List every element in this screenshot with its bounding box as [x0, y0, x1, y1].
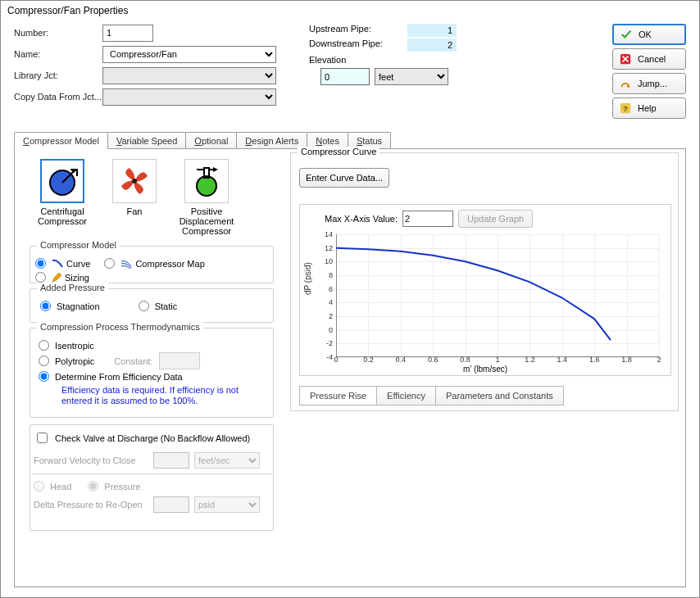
- radio-head: Head: [34, 481, 71, 492]
- tab-optional[interactable]: Optional: [185, 132, 237, 149]
- map-icon: [120, 259, 132, 269]
- svg-text:?: ?: [623, 104, 628, 113]
- type-centrifugal[interactable]: Centrifugal Compressor: [30, 159, 95, 236]
- copy-select[interactable]: [102, 88, 276, 106]
- type-positive-displacement[interactable]: Positive Displacement Compressor: [174, 159, 239, 236]
- chart-line: [336, 234, 659, 357]
- window-title: Compressor/Fan Properties: [1, 1, 699, 20]
- jump-icon: [620, 78, 631, 89]
- curve-subtabs: Pressure Rise Efficiency Parameters and …: [299, 386, 563, 405]
- plot-container: Max X-Axis Value: Update Graph dP (psid)…: [299, 204, 671, 376]
- check-valve-checkbox[interactable]: Check Valve at Discharge (No Backflow Al…: [34, 430, 273, 446]
- max-x-axis-label: Max X-Axis Value:: [325, 214, 398, 224]
- number-label: Number:: [14, 28, 102, 38]
- thermo-legend: Compression Process Thermodynamics: [37, 322, 203, 332]
- compressor-model-panel: Centrifugal Compressor: [14, 148, 686, 587]
- type-centrifugal-label: Centrifugal Compressor: [30, 206, 95, 226]
- radio-stagnation[interactable]: Stagnation: [40, 301, 100, 311]
- ok-button[interactable]: OK: [612, 24, 686, 45]
- x-icon: [620, 53, 631, 65]
- upstream-pipe-label: Upstream Pipe:: [309, 24, 407, 37]
- name-label: Name:: [14, 49, 102, 59]
- max-x-axis-input[interactable]: [402, 211, 453, 227]
- radio-compressor-map[interactable]: Compressor Map: [104, 258, 204, 269]
- tab-compressor-model[interactable]: Compressor Model: [14, 132, 108, 149]
- elevation-label: Elevation: [309, 55, 571, 65]
- downstream-pipe-label: Downstream Pipe:: [309, 39, 407, 52]
- constant-input: [159, 352, 200, 369]
- update-graph-button: Update Graph: [458, 210, 533, 228]
- subtab-parameters[interactable]: Parameters and Constants: [435, 386, 564, 405]
- compressor-curve-group: Compressor Curve Enter Curve Data... Max…: [290, 152, 679, 411]
- compressor-model-legend: Compressor Model: [37, 240, 120, 250]
- radio-curve[interactable]: Curve: [35, 258, 90, 269]
- help-icon: ?: [620, 102, 631, 114]
- type-fan[interactable]: Fan: [102, 159, 167, 236]
- elevation-unit-select[interactable]: feet: [375, 68, 448, 85]
- positive-displacement-icon: [189, 163, 225, 199]
- constant-label: Constant:: [114, 356, 152, 366]
- subtab-efficiency[interactable]: Efficiency: [376, 386, 436, 405]
- pencil-icon: [52, 273, 61, 283]
- library-select[interactable]: [102, 67, 276, 84]
- radio-static[interactable]: Static: [139, 301, 178, 311]
- svg-point-4: [132, 179, 137, 183]
- check-icon: [620, 29, 632, 40]
- efficiency-note: Efficiency data is required. If efficien…: [61, 385, 265, 406]
- library-label: Library Jct:: [14, 70, 102, 80]
- delta-pressure-label: Delta Pressure to Re-Open: [34, 500, 148, 510]
- forward-velocity-label: Forward Velocity to Close: [34, 455, 148, 465]
- radio-sizing[interactable]: Sizing: [35, 272, 89, 283]
- radio-polytropic[interactable]: Polytropic Constant:: [39, 352, 265, 369]
- subtab-pressure-rise[interactable]: Pressure Rise: [299, 386, 377, 405]
- delta-pressure-input: [153, 496, 189, 513]
- type-fan-label: Fan: [102, 206, 167, 216]
- forward-velocity-input: [153, 452, 189, 469]
- svg-point-5: [197, 176, 216, 196]
- jump-button[interactable]: Jump...: [612, 73, 686, 94]
- enter-curve-data-button[interactable]: Enter Curve Data...: [299, 168, 389, 188]
- copy-label: Copy Data From Jct...: [14, 92, 102, 102]
- compressor-fan-properties-dialog: Compressor/Fan Properties Number: Name: …: [0, 0, 700, 598]
- tab-variable-speed[interactable]: Variable Speed: [107, 132, 186, 149]
- upstream-pipe-value: 1: [407, 24, 457, 37]
- fan-icon: [116, 163, 152, 199]
- elevation-input[interactable]: [320, 68, 370, 85]
- cancel-button[interactable]: Cancel: [612, 48, 686, 70]
- delta-pressure-unit: psid: [194, 496, 260, 513]
- content-area: Number: Name: Compressor/Fan Library Jct…: [14, 24, 686, 587]
- chart-ylabel: dP (psid): [303, 262, 312, 295]
- radio-pressure: Pressure: [88, 481, 140, 492]
- compressor-curve-legend: Compressor Curve: [298, 147, 380, 156]
- name-select[interactable]: Compressor/Fan: [102, 46, 276, 63]
- downstream-pipe-value: 2: [407, 39, 457, 52]
- curve-icon: [52, 259, 63, 269]
- number-input[interactable]: [102, 25, 153, 42]
- type-positive-label: Positive Displacement Compressor: [174, 206, 239, 236]
- radio-isentropic[interactable]: Isentropic: [39, 340, 265, 351]
- help-button[interactable]: ? Help: [612, 97, 686, 119]
- added-pressure-legend: Added Pressure: [37, 283, 108, 292]
- forward-velocity-unit: feet/sec: [194, 452, 260, 469]
- radio-determine-efficiency[interactable]: Determine From Efficiency Data: [39, 371, 265, 382]
- centrifugal-icon: [44, 163, 80, 199]
- chart-xlabel: m' (lbm/sec): [300, 365, 670, 374]
